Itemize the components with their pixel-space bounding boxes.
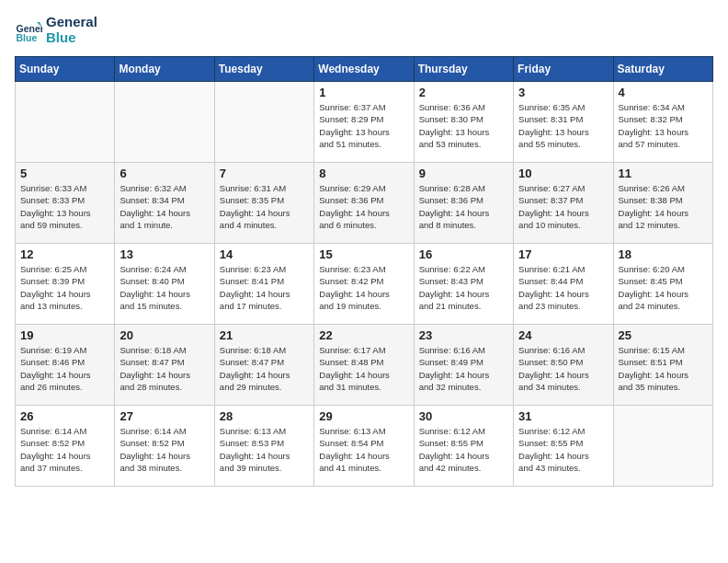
day-info: Sunrise: 6:37 AM Sunset: 8:29 PM Dayligh… [319, 101, 408, 150]
calendar-cell: 16Sunrise: 6:22 AM Sunset: 8:43 PM Dayli… [414, 244, 513, 325]
day-info: Sunrise: 6:20 AM Sunset: 8:45 PM Dayligh… [619, 263, 708, 312]
weekday-header-monday: Monday [115, 57, 214, 82]
day-info: Sunrise: 6:35 AM Sunset: 8:31 PM Dayligh… [518, 101, 608, 150]
day-number: 28 [220, 409, 309, 423]
day-number: 23 [419, 328, 508, 342]
calendar-cell: 10Sunrise: 6:27 AM Sunset: 8:37 PM Dayli… [514, 163, 613, 244]
day-info: Sunrise: 6:25 AM Sunset: 8:39 PM Dayligh… [20, 263, 109, 312]
day-info: Sunrise: 6:12 AM Sunset: 8:55 PM Dayligh… [518, 425, 608, 474]
calendar-cell: 30Sunrise: 6:12 AM Sunset: 8:55 PM Dayli… [414, 406, 513, 487]
calendar-cell: 11Sunrise: 6:26 AM Sunset: 8:38 PM Dayli… [613, 163, 712, 244]
calendar-cell: 6Sunrise: 6:32 AM Sunset: 8:34 PM Daylig… [115, 163, 214, 244]
day-info: Sunrise: 6:23 AM Sunset: 8:41 PM Dayligh… [220, 263, 309, 312]
weekday-header-friday: Friday [514, 57, 613, 82]
calendar-cell: 4Sunrise: 6:34 AM Sunset: 8:32 PM Daylig… [613, 82, 712, 163]
day-info: Sunrise: 6:19 AM Sunset: 8:46 PM Dayligh… [20, 344, 109, 393]
logo: General Blue General Blue [15, 15, 97, 45]
weekday-header-tuesday: Tuesday [214, 57, 313, 82]
week-row-1: 1Sunrise: 6:37 AM Sunset: 8:29 PM Daylig… [16, 82, 713, 163]
calendar-cell [115, 82, 214, 163]
day-info: Sunrise: 6:29 AM Sunset: 8:36 PM Dayligh… [319, 182, 408, 231]
calendar-cell: 26Sunrise: 6:14 AM Sunset: 8:52 PM Dayli… [16, 406, 115, 487]
calendar-cell: 1Sunrise: 6:37 AM Sunset: 8:29 PM Daylig… [314, 82, 414, 163]
day-number: 4 [619, 86, 708, 99]
day-number: 14 [220, 247, 309, 261]
calendar-cell: 27Sunrise: 6:14 AM Sunset: 8:52 PM Dayli… [115, 406, 214, 487]
day-info: Sunrise: 6:24 AM Sunset: 8:40 PM Dayligh… [119, 263, 209, 312]
day-number: 11 [619, 167, 708, 180]
calendar-table: SundayMondayTuesdayWednesdayThursdayFrid… [15, 56, 713, 487]
day-number: 29 [319, 409, 408, 423]
day-info: Sunrise: 6:15 AM Sunset: 8:51 PM Dayligh… [619, 344, 708, 393]
day-info: Sunrise: 6:23 AM Sunset: 8:42 PM Dayligh… [319, 263, 408, 312]
day-info: Sunrise: 6:22 AM Sunset: 8:43 PM Dayligh… [419, 263, 508, 312]
calendar-cell: 2Sunrise: 6:36 AM Sunset: 8:30 PM Daylig… [414, 82, 513, 163]
day-number: 19 [20, 328, 109, 342]
day-number: 18 [619, 247, 708, 261]
day-number: 31 [518, 409, 608, 423]
day-info: Sunrise: 6:14 AM Sunset: 8:52 PM Dayligh… [119, 425, 209, 474]
calendar-cell: 8Sunrise: 6:29 AM Sunset: 8:36 PM Daylig… [314, 163, 414, 244]
day-number: 10 [518, 167, 608, 180]
day-info: Sunrise: 6:17 AM Sunset: 8:48 PM Dayligh… [319, 344, 408, 393]
day-info: Sunrise: 6:27 AM Sunset: 8:37 PM Dayligh… [518, 182, 608, 231]
day-info: Sunrise: 6:32 AM Sunset: 8:34 PM Dayligh… [119, 182, 209, 231]
day-info: Sunrise: 6:28 AM Sunset: 8:36 PM Dayligh… [419, 182, 508, 231]
day-number: 7 [220, 167, 309, 180]
calendar-cell: 28Sunrise: 6:13 AM Sunset: 8:53 PM Dayli… [214, 406, 313, 487]
day-info: Sunrise: 6:18 AM Sunset: 8:47 PM Dayligh… [220, 344, 309, 393]
week-row-3: 12Sunrise: 6:25 AM Sunset: 8:39 PM Dayli… [16, 244, 713, 325]
calendar-cell: 29Sunrise: 6:13 AM Sunset: 8:54 PM Dayli… [314, 406, 414, 487]
calendar-cell: 13Sunrise: 6:24 AM Sunset: 8:40 PM Dayli… [115, 244, 214, 325]
day-info: Sunrise: 6:12 AM Sunset: 8:55 PM Dayligh… [419, 425, 508, 474]
calendar-cell [16, 82, 115, 163]
day-number: 5 [20, 167, 109, 180]
day-number: 17 [518, 247, 608, 261]
calendar-cell: 20Sunrise: 6:18 AM Sunset: 8:47 PM Dayli… [115, 325, 214, 406]
calendar-cell: 21Sunrise: 6:18 AM Sunset: 8:47 PM Dayli… [214, 325, 313, 406]
calendar-cell: 15Sunrise: 6:23 AM Sunset: 8:42 PM Dayli… [314, 244, 414, 325]
day-info: Sunrise: 6:13 AM Sunset: 8:54 PM Dayligh… [319, 425, 408, 474]
day-number: 3 [518, 86, 608, 99]
day-info: Sunrise: 6:18 AM Sunset: 8:47 PM Dayligh… [119, 344, 209, 393]
weekday-header-saturday: Saturday [613, 57, 712, 82]
header-row: SundayMondayTuesdayWednesdayThursdayFrid… [16, 57, 713, 82]
day-number: 1 [319, 86, 408, 99]
day-info: Sunrise: 6:33 AM Sunset: 8:33 PM Dayligh… [20, 182, 109, 231]
weekday-header-wednesday: Wednesday [314, 57, 414, 82]
day-number: 24 [518, 328, 608, 342]
weekday-header-thursday: Thursday [414, 57, 513, 82]
day-number: 12 [20, 247, 109, 261]
logo-text-line1: General [46, 15, 97, 30]
calendar-cell [613, 406, 712, 487]
week-row-5: 26Sunrise: 6:14 AM Sunset: 8:52 PM Dayli… [16, 406, 713, 487]
calendar-cell: 19Sunrise: 6:19 AM Sunset: 8:46 PM Dayli… [16, 325, 115, 406]
day-info: Sunrise: 6:16 AM Sunset: 8:49 PM Dayligh… [419, 344, 508, 393]
day-info: Sunrise: 6:34 AM Sunset: 8:32 PM Dayligh… [619, 101, 708, 150]
day-number: 15 [319, 247, 408, 261]
weekday-header-sunday: Sunday [16, 57, 115, 82]
day-number: 8 [319, 167, 408, 180]
day-number: 2 [419, 86, 508, 99]
day-number: 30 [419, 409, 508, 423]
calendar-cell [214, 82, 313, 163]
week-row-4: 19Sunrise: 6:19 AM Sunset: 8:46 PM Dayli… [16, 325, 713, 406]
day-number: 26 [20, 409, 109, 423]
calendar-cell: 17Sunrise: 6:21 AM Sunset: 8:44 PM Dayli… [514, 244, 613, 325]
page-header: General Blue General Blue [15, 15, 713, 45]
day-number: 21 [220, 328, 309, 342]
day-number: 13 [119, 247, 209, 261]
week-row-2: 5Sunrise: 6:33 AM Sunset: 8:33 PM Daylig… [16, 163, 713, 244]
calendar-cell: 12Sunrise: 6:25 AM Sunset: 8:39 PM Dayli… [16, 244, 115, 325]
calendar-cell: 22Sunrise: 6:17 AM Sunset: 8:48 PM Dayli… [314, 325, 414, 406]
logo-icon: General Blue [15, 17, 42, 44]
logo-text-line2: Blue [46, 30, 97, 46]
calendar-cell: 3Sunrise: 6:35 AM Sunset: 8:31 PM Daylig… [514, 82, 613, 163]
day-info: Sunrise: 6:31 AM Sunset: 8:35 PM Dayligh… [220, 182, 309, 231]
day-number: 22 [319, 328, 408, 342]
day-info: Sunrise: 6:26 AM Sunset: 8:38 PM Dayligh… [619, 182, 708, 231]
svg-text:Blue: Blue [17, 32, 38, 43]
calendar-cell: 18Sunrise: 6:20 AM Sunset: 8:45 PM Dayli… [613, 244, 712, 325]
day-number: 9 [419, 167, 508, 180]
day-number: 16 [419, 247, 508, 261]
